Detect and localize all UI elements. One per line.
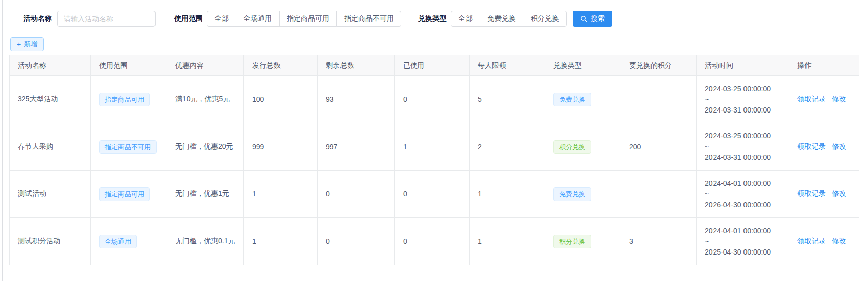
- cell-usage-scope: 指定商品可用: [91, 171, 167, 218]
- claim-records-link[interactable]: 领取记录: [797, 95, 826, 103]
- time-end: 2026-04-30 00:00:00: [705, 200, 781, 210]
- cell-total-remaining: 997: [318, 123, 395, 171]
- cell-total-remaining: 0: [318, 218, 395, 265]
- exchange-type-button-group: 全部免费兑换积分兑换: [451, 11, 567, 27]
- time-start: 2024-04-01 00:00:00: [705, 178, 781, 189]
- usage-scope-label: 使用范围: [174, 14, 203, 23]
- table-body: 325大型活动指定商品可用满10元，优惠5元1009305免费兑换2024-03…: [10, 76, 859, 265]
- cell-total-remaining: 93: [318, 76, 395, 123]
- cell-points-required: [621, 76, 697, 123]
- exchange-type-option-button[interactable]: 全部: [451, 11, 480, 27]
- time-start: 2024-03-25 00:00:00: [705, 83, 781, 94]
- time-separator: ~: [705, 189, 781, 200]
- usage-scope-option-button[interactable]: 指定商品不可用: [336, 11, 401, 27]
- left-edge-divider: [2, 0, 3, 281]
- cell-discount-content: 无门槛，优惠1元: [167, 171, 244, 218]
- cell-used: 0: [395, 76, 470, 123]
- table-row: 测试积分活动全场通用无门槛，优惠0.1元1001积分兑换32024-04-01 …: [10, 218, 859, 265]
- usage-scope-tag: 指定商品可用: [99, 93, 150, 106]
- time-end: 2025-04-30 00:00:00: [705, 247, 781, 258]
- cell-activity-name: 测试活动: [10, 171, 91, 218]
- edit-link[interactable]: 修改: [832, 189, 846, 198]
- cell-activity-name: 325大型活动: [10, 76, 91, 123]
- cell-limit-per-person: 1: [470, 218, 545, 265]
- cell-activity-time: 2024-03-25 00:00:00~2024-03-31 00:00:00: [697, 76, 789, 123]
- cell-total-issued: 999: [244, 123, 318, 171]
- cell-exchange-type: 积分兑换: [545, 218, 621, 265]
- cell-actions: 领取记录修改: [789, 76, 859, 123]
- exchange-type-option-button[interactable]: 免费兑换: [480, 11, 523, 27]
- cell-limit-per-person: 5: [470, 76, 545, 123]
- exchange-type-tag: 免费兑换: [553, 187, 591, 201]
- edit-link[interactable]: 修改: [832, 237, 846, 245]
- exchange-type-option-button[interactable]: 积分兑换: [523, 11, 567, 27]
- claim-records-link[interactable]: 领取记录: [797, 237, 826, 245]
- column-header: 要兑换的积分: [621, 55, 697, 76]
- usage-scope-option-button[interactable]: 全场通用: [236, 11, 280, 27]
- edit-link[interactable]: 修改: [832, 142, 846, 150]
- cell-activity-time: 2024-03-25 00:00:00~2024-03-31 00:00:00: [697, 123, 789, 171]
- usage-scope-tag: 全场通用: [99, 235, 137, 248]
- cell-exchange-type: 免费兑换: [545, 171, 621, 218]
- time-start: 2024-04-01 00:00:00: [705, 226, 781, 236]
- time-separator: ~: [705, 142, 781, 152]
- cell-points-required: 3: [621, 218, 697, 265]
- usage-scope-tag: 指定商品可用: [99, 187, 150, 201]
- exchange-type-tag: 免费兑换: [553, 93, 591, 106]
- column-header: 操作: [789, 55, 859, 76]
- add-button-label: 新增: [24, 40, 37, 49]
- cell-activity-time: 2024-04-01 00:00:00~2025-04-30 00:00:00: [697, 218, 789, 265]
- usage-scope-option-button[interactable]: 全部: [207, 11, 236, 27]
- exchange-type-label: 兑换类型: [418, 14, 447, 23]
- column-header: 优惠内容: [167, 55, 244, 76]
- cell-actions: 领取记录修改: [789, 218, 859, 265]
- activity-name-label: 活动名称: [23, 14, 52, 23]
- toolbar: + 新增: [10, 37, 868, 51]
- cell-activity-name: 测试积分活动: [10, 218, 91, 265]
- cell-discount-content: 满10元，优惠5元: [167, 76, 244, 123]
- cell-usage-scope: 指定商品可用: [91, 76, 167, 123]
- column-header: 兑换类型: [545, 55, 621, 76]
- column-header: 使用范围: [91, 55, 167, 76]
- cell-total-issued: 1: [244, 218, 318, 265]
- time-end: 2024-03-31 00:00:00: [705, 105, 781, 116]
- time-end: 2024-03-31 00:00:00: [705, 152, 781, 163]
- cell-activity-name: 春节大采购: [10, 123, 91, 171]
- cell-total-remaining: 0: [318, 171, 395, 218]
- table-header: 活动名称使用范围优惠内容发行总数剩余总数已使用每人限领兑换类型要兑换的积分活动时…: [10, 55, 859, 76]
- exchange-type-tag: 积分兑换: [553, 140, 591, 154]
- cell-points-required: 200: [621, 123, 697, 171]
- column-header: 活动时间: [697, 55, 789, 76]
- claim-records-link[interactable]: 领取记录: [797, 189, 826, 198]
- cell-total-issued: 100: [244, 76, 318, 123]
- usage-scope-tag: 指定商品不可用: [99, 140, 157, 154]
- activity-name-input[interactable]: [57, 11, 156, 27]
- column-header: 每人限领: [470, 55, 545, 76]
- cell-discount-content: 无门槛，优惠0.1元: [167, 218, 244, 265]
- cell-usage-scope: 指定商品不可用: [91, 123, 167, 171]
- add-button[interactable]: + 新增: [10, 37, 44, 51]
- cell-points-required: [621, 171, 697, 218]
- table-row: 测试活动指定商品可用无门槛，优惠1元1001免费兑换2024-04-01 00:…: [10, 171, 859, 218]
- cell-used: 1: [395, 123, 470, 171]
- edit-link[interactable]: 修改: [832, 95, 846, 103]
- claim-records-link[interactable]: 领取记录: [797, 142, 826, 150]
- filter-bar: 活动名称 使用范围 全部全场通用指定商品可用指定商品不可用 兑换类型 全部免费兑…: [0, 0, 868, 27]
- usage-scope-option-button[interactable]: 指定商品可用: [279, 11, 337, 27]
- cell-activity-time: 2024-04-01 00:00:00~2026-04-30 00:00:00: [697, 171, 789, 218]
- cell-actions: 领取记录修改: [789, 123, 859, 171]
- cell-total-issued: 1: [244, 171, 318, 218]
- activity-table: 活动名称使用范围优惠内容发行总数剩余总数已使用每人限领兑换类型要兑换的积分活动时…: [9, 55, 859, 265]
- table-row: 春节大采购指定商品不可用无门槛，优惠20元99999712积分兑换2002024…: [10, 123, 859, 171]
- cell-used: 0: [395, 171, 470, 218]
- cell-limit-per-person: 1: [470, 171, 545, 218]
- usage-scope-button-group: 全部全场通用指定商品可用指定商品不可用: [207, 11, 401, 27]
- search-button[interactable]: 搜索: [573, 11, 612, 27]
- table-row: 325大型活动指定商品可用满10元，优惠5元1009305免费兑换2024-03…: [10, 76, 859, 123]
- cell-actions: 领取记录修改: [789, 171, 859, 218]
- time-separator: ~: [705, 94, 781, 105]
- cell-limit-per-person: 2: [470, 123, 545, 171]
- cell-discount-content: 无门槛，优惠20元: [167, 123, 244, 171]
- column-header: 发行总数: [244, 55, 318, 76]
- search-icon: [580, 15, 587, 22]
